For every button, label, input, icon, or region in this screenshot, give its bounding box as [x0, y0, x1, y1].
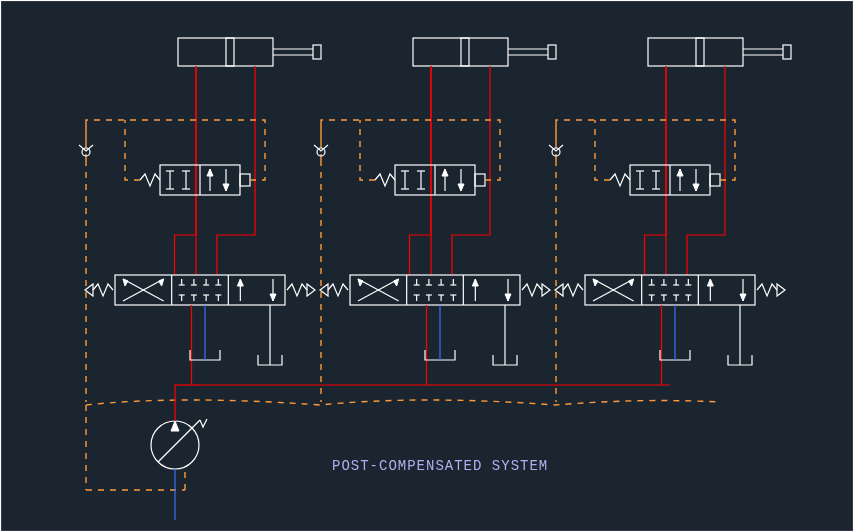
section-1 — [79, 38, 321, 402]
pilot-line-comp — [86, 120, 265, 180]
svg-marker-120 — [677, 169, 683, 176]
svg-marker-101 — [542, 284, 550, 296]
pilot-line-left — [125, 120, 140, 180]
svg-rect-21 — [115, 275, 285, 305]
pump-arrow-icon — [171, 421, 179, 431]
svg-marker-26 — [123, 279, 128, 286]
directional-valve-icon — [320, 275, 550, 305]
svg-marker-149 — [707, 279, 713, 286]
svg-rect-19 — [240, 174, 250, 186]
svg-rect-5 — [313, 45, 321, 59]
svg-marker-130 — [593, 279, 598, 286]
tank-drain-2 — [493, 305, 517, 365]
line-B — [217, 66, 255, 275]
line-B — [452, 66, 490, 275]
cylinder-icon — [648, 38, 791, 66]
line-A2 — [175, 235, 197, 275]
cylinder-icon — [413, 38, 556, 66]
svg-marker-68 — [442, 169, 448, 176]
svg-marker-97 — [472, 279, 478, 286]
svg-marker-49 — [307, 284, 315, 296]
pilot-line-left — [595, 120, 610, 180]
tank-drain-2 — [258, 305, 282, 365]
line-B — [687, 66, 725, 275]
tank-drain-1 — [425, 305, 455, 360]
svg-marker-78 — [358, 279, 363, 286]
compensator-valve-icon — [610, 165, 720, 195]
pilot-line-comp — [556, 120, 735, 180]
svg-marker-99 — [505, 294, 511, 301]
directional-valve-icon — [555, 275, 785, 305]
svg-marker-153 — [777, 284, 785, 296]
pump-symbol — [151, 419, 207, 469]
svg-marker-131 — [629, 279, 634, 286]
svg-marker-47 — [270, 294, 276, 301]
svg-rect-73 — [350, 275, 520, 305]
pilot-bus — [86, 400, 720, 405]
pilot-line-comp — [321, 120, 500, 180]
section-3 — [549, 38, 791, 402]
svg-marker-45 — [237, 279, 243, 286]
pilot-line-left — [360, 120, 375, 180]
svg-rect-71 — [475, 174, 485, 186]
line-A2 — [645, 235, 667, 275]
tank-drain-2 — [728, 305, 752, 365]
line-A2 — [410, 235, 432, 275]
svg-rect-53 — [461, 38, 469, 66]
svg-marker-79 — [394, 279, 399, 286]
svg-marker-122 — [693, 184, 699, 191]
svg-marker-70 — [458, 184, 464, 191]
directional-valve-icon — [85, 275, 315, 305]
svg-rect-57 — [548, 45, 556, 59]
svg-rect-109 — [783, 45, 791, 59]
tank-drain-1 — [660, 305, 690, 360]
diagram-title: POST-COMPENSATED SYSTEM — [332, 458, 548, 474]
svg-rect-123 — [710, 174, 720, 186]
svg-rect-1 — [226, 38, 234, 66]
compensator-valve-icon — [375, 165, 485, 195]
svg-rect-125 — [585, 275, 755, 305]
diagram-canvas — [0, 0, 854, 532]
svg-marker-151 — [740, 294, 746, 301]
svg-marker-18 — [223, 184, 229, 191]
section-2 — [314, 38, 556, 402]
svg-rect-105 — [696, 38, 704, 66]
pump-slash-arrow — [200, 419, 207, 427]
tank-drain-1 — [190, 305, 220, 360]
svg-marker-16 — [207, 169, 213, 176]
compensator-valve-icon — [140, 165, 250, 195]
cylinder-icon — [178, 38, 321, 66]
pump-slash-icon — [158, 420, 200, 462]
svg-marker-27 — [159, 279, 164, 286]
